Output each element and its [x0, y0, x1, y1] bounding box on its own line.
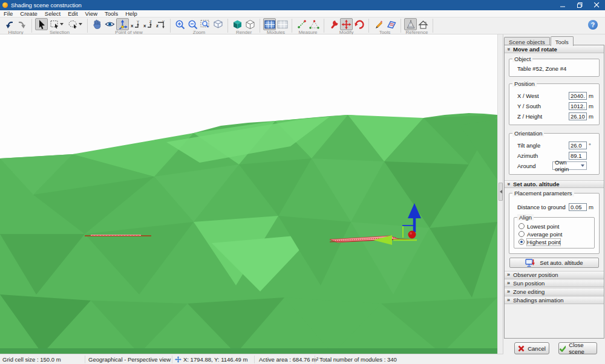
measure-distance-icon[interactable]: [295, 18, 308, 30]
chevron-down-icon: [79, 23, 82, 25]
title-bar: Shading scene construction: [0, 0, 605, 10]
radio-lowest-point[interactable]: Lowest point: [518, 223, 592, 230]
z-height-input[interactable]: [569, 112, 587, 120]
panel-splitter[interactable]: [497, 34, 503, 354]
flip-xz-icon[interactable]: xZ: [142, 18, 154, 30]
reference-terrain-icon[interactable]: H: [404, 18, 417, 30]
reference-building-icon[interactable]: [417, 18, 430, 30]
status-grid-cell-size: Grid cell size : 150.0 m: [2, 354, 61, 364]
close-scene-label: Close scene: [569, 342, 597, 355]
radio-icon: [518, 239, 525, 245]
section-shadings-animation[interactable]: » Shadings animation: [505, 296, 604, 304]
toolbar-group-label: Modules: [267, 30, 285, 34]
toolbar-group-label: Measure: [298, 30, 317, 34]
menu-create[interactable]: Create: [16, 10, 41, 17]
around-dropdown[interactable]: Own origin: [552, 161, 587, 170]
status-bar: Grid cell size : 150.0 m Geographical - …: [0, 354, 503, 364]
panel-collapse-handle[interactable]: [499, 183, 503, 201]
undo-icon[interactable]: [3, 18, 16, 30]
close-button[interactable]: [588, 0, 605, 10]
distance-to-ground-input[interactable]: [569, 203, 587, 211]
help-icon[interactable]: ?: [588, 20, 598, 30]
menu-file[interactable]: File: [0, 10, 16, 17]
toolbar-group-label: Selection: [50, 30, 70, 34]
modules-on-icon[interactable]: [263, 18, 276, 30]
section-observer-position[interactable]: » Observer position: [505, 271, 604, 279]
redo-icon[interactable]: [16, 18, 28, 30]
unit-label: m: [589, 103, 595, 109]
menu-select[interactable]: Select: [41, 10, 64, 17]
scene-viewport[interactable]: [0, 34, 497, 354]
section-title: Observer position: [513, 271, 558, 278]
select-lasso-icon[interactable]: [66, 18, 84, 30]
gizmo-origin-ball[interactable]: [408, 231, 416, 239]
measure-angle-icon[interactable]: [308, 18, 321, 30]
tilt-angle-input[interactable]: [569, 141, 587, 149]
flip-zy-icon[interactable]: zY: [154, 18, 167, 30]
svg-text:x: x: [131, 23, 134, 28]
pan-hand-icon[interactable]: [91, 18, 103, 30]
close-scene-button[interactable]: Close scene: [558, 342, 597, 354]
menu-view[interactable]: View: [82, 10, 101, 17]
section-title: Zone editing: [513, 288, 544, 295]
render-solid-icon[interactable]: [231, 18, 244, 30]
tab-tools[interactable]: Tools: [551, 36, 574, 46]
radio-label: Lowest point: [527, 223, 559, 230]
select-cursor-icon[interactable]: [35, 18, 48, 30]
radio-average-point[interactable]: Average point: [518, 230, 592, 238]
render-wireframe-icon[interactable]: [244, 18, 257, 30]
select-rectangle-icon[interactable]: [48, 18, 66, 30]
modify-wrench-icon[interactable]: [327, 18, 340, 30]
toolbar-group-render: Render: [229, 18, 258, 34]
modules-off-icon[interactable]: [276, 18, 289, 30]
align-groupbox: Align Lowest point Average point Highest…: [514, 217, 595, 249]
expand-icon: »: [507, 289, 510, 294]
selected-object-label: Table #52, Zone #4: [517, 65, 596, 72]
section-sun-position[interactable]: » Sun position: [505, 279, 604, 287]
object-groupbox: Object Table #52, Zone #4: [509, 59, 600, 77]
menu-help[interactable]: Help: [122, 10, 141, 17]
menu-edit[interactable]: Edit: [64, 10, 81, 17]
zoom-window-icon[interactable]: [199, 18, 212, 30]
terrain-scene: [0, 34, 497, 354]
camera-eye-icon[interactable]: [103, 18, 116, 30]
tool-shapes-icon[interactable]: [385, 18, 397, 30]
section-move-and-rotate[interactable]: » Move and rotate: [505, 45, 604, 53]
panel-tabs: Scene objects Tools: [504, 36, 574, 45]
minimize-button[interactable]: [554, 0, 571, 10]
position-groupbox: Position X / West m Y / South m Z / Heig…: [509, 83, 600, 125]
section-zone-editing[interactable]: » Zone editing: [505, 288, 604, 296]
menu-bar: File Create Select Edit View Tools Help: [0, 10, 605, 18]
toolbar-group-zoom: Zoom: [172, 18, 226, 34]
x-west-input[interactable]: [569, 92, 587, 100]
groupbox-legend: Object: [512, 56, 532, 62]
toolbar-group-label: Reference: [406, 30, 428, 34]
app-window: Shading scene construction File Create S…: [0, 0, 605, 364]
orientation-groupbox: Orientation Tilt angle ° Azimuth Around …: [509, 133, 600, 175]
cancel-button[interactable]: Cancel: [514, 342, 549, 354]
radio-label: Highest point: [527, 239, 560, 245]
zoom-extents-icon[interactable]: [212, 18, 224, 30]
zoom-out-icon[interactable]: [186, 18, 199, 30]
y-south-input[interactable]: [569, 102, 587, 110]
zoom-in-icon[interactable]: [174, 18, 186, 30]
radio-highest-point[interactable]: Highest point: [518, 238, 592, 245]
modify-move-icon[interactable]: [340, 18, 353, 30]
azimuth-input[interactable]: [569, 152, 587, 160]
section-set-auto-altitude[interactable]: » Set auto. altitude: [505, 180, 604, 188]
azimuth-label: Azimuth: [517, 152, 569, 159]
maximize-button[interactable]: [571, 0, 588, 10]
expand-icon: »: [507, 297, 510, 303]
tool-pencil-icon[interactable]: [372, 18, 385, 30]
flip-xy-icon[interactable]: xY: [129, 18, 142, 30]
toolbar-group-history: History: [1, 18, 30, 34]
menu-tools[interactable]: Tools: [101, 10, 122, 17]
modify-rotate-icon[interactable]: [353, 18, 365, 30]
axis-origin-icon[interactable]: [116, 18, 129, 30]
tools-panel: Scene objects Tools » Move and rotate Ob…: [503, 34, 605, 364]
toolbar-group-label: Modify: [339, 30, 354, 34]
set-auto-altitude-button[interactable]: Set auto. altitude: [509, 258, 599, 268]
around-label: Around: [517, 163, 552, 169]
radio-icon: [518, 223, 525, 229]
expand-icon: »: [507, 281, 510, 286]
